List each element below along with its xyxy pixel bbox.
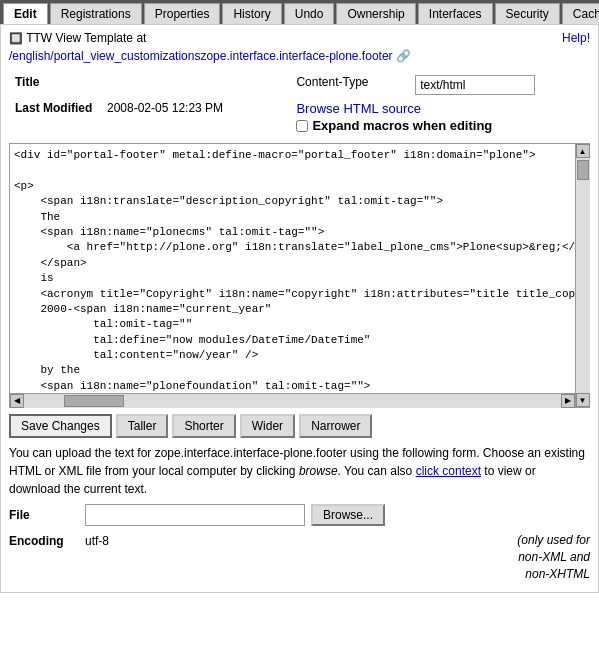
breadcrumb: /english/portal_view_customizationszope.… [9, 49, 590, 63]
click-context-link[interactable]: click context [416, 464, 481, 478]
last-modified-label: Last Modified [11, 99, 101, 135]
info-table: Title Content-Type Last Modified 2008-02… [9, 71, 590, 137]
tab-edit[interactable]: Edit [3, 3, 48, 24]
scroll-thumb-h[interactable] [64, 395, 124, 407]
tab-history[interactable]: History [222, 3, 281, 24]
browse-italic: browse [299, 464, 338, 478]
shorter-button[interactable]: Shorter [172, 414, 235, 438]
last-modified-value: 2008-02-05 12:23 PM [103, 99, 274, 135]
file-label: File [9, 508, 79, 522]
title-label: Title [11, 73, 101, 97]
tab-ownership[interactable]: Ownership [336, 3, 415, 24]
help-link[interactable]: Help! [562, 31, 590, 45]
encoding-row: Encoding utf-8 (only used fornon-XML and… [9, 532, 590, 582]
page-header: 🔲 TTW View Template at Help! [9, 31, 590, 45]
scroll-right-btn[interactable]: ▶ [561, 394, 575, 408]
code-editor[interactable] [10, 144, 575, 394]
tab-properties[interactable]: Properties [144, 3, 221, 24]
tab-interfaces[interactable]: Interfaces [418, 3, 493, 24]
action-buttons: Save Changes Taller Shorter Wider Narrow… [9, 414, 590, 438]
encoding-label: Encoding [9, 534, 79, 548]
file-input[interactable] [85, 504, 305, 526]
ttw-title: 🔲 TTW View Template at [9, 31, 146, 45]
browse-button[interactable]: Browse... [311, 504, 385, 526]
tab-registrations[interactable]: Registrations [50, 3, 142, 24]
scroll-track-h [24, 394, 561, 408]
content-type-label: Content-Type [276, 73, 409, 97]
description-text: You can upload the text for zope.interfa… [9, 444, 590, 498]
horizontal-scrollbar[interactable]: ◀ ▶ [10, 393, 575, 407]
save-changes-button[interactable]: Save Changes [9, 414, 112, 438]
description-part2: . You can also [338, 464, 416, 478]
tab-security[interactable]: Security [495, 3, 560, 24]
breadcrumb-icon: 🔗 [396, 49, 411, 63]
file-upload-row: File Browse... [9, 504, 590, 526]
content-type-input[interactable] [415, 75, 535, 95]
vertical-scrollbar[interactable]: ▲ ▼ [575, 144, 589, 407]
tab-undo[interactable]: Undo [284, 3, 335, 24]
browse-html-link[interactable]: Browse HTML source [296, 101, 421, 116]
encoding-note: (only used fornon-XML andnon-XHTML [517, 532, 590, 582]
wider-button[interactable]: Wider [240, 414, 295, 438]
title-value [103, 73, 274, 97]
encoding-value: utf-8 [85, 534, 109, 548]
tab-cache[interactable]: Cache [562, 3, 599, 24]
expand-macros-checkbox[interactable] [296, 120, 308, 132]
scroll-track-v [576, 158, 590, 393]
scroll-thumb-v[interactable] [577, 160, 589, 180]
taller-button[interactable]: Taller [116, 414, 169, 438]
scroll-down-btn[interactable]: ▼ [576, 393, 590, 407]
top-navigation: Edit Registrations Properties History Un… [0, 0, 599, 24]
scroll-up-btn[interactable]: ▲ [576, 144, 590, 158]
breadcrumb-prefix-link[interactable]: /english/portal_view_customizations [9, 49, 200, 63]
scroll-left-btn[interactable]: ◀ [10, 394, 24, 408]
narrower-button[interactable]: Narrower [299, 414, 372, 438]
ttw-label: TTW View Template at [26, 31, 146, 45]
code-editor-container: ▲ ▼ ◀ ▶ [9, 143, 590, 408]
breadcrumb-path-link[interactable]: zope.interface.interface-plone.footer [200, 49, 392, 63]
expand-row: Expand macros when editing [296, 118, 584, 133]
expand-macros-label: Expand macros when editing [312, 118, 492, 133]
